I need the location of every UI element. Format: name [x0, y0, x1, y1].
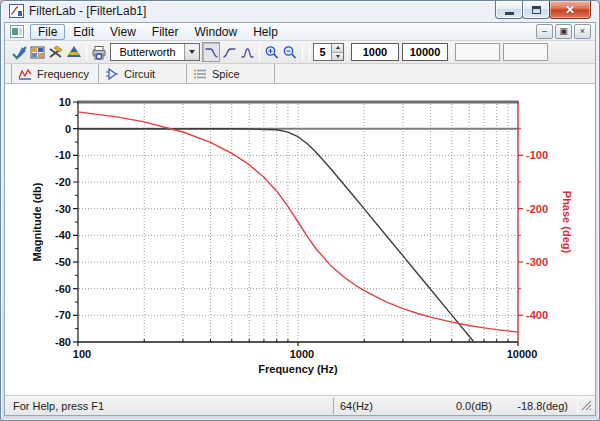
menubar: File Edit View Filter Window Help – ▣ × — [5, 23, 595, 41]
y-left-tick-label: -70 — [55, 309, 71, 321]
cursor-phase-value: -18.8(deg) — [492, 400, 578, 412]
y-right-tick-label: -100 — [526, 149, 548, 161]
circuit-tab-icon — [105, 68, 119, 80]
tab-label: Circuit — [124, 68, 155, 80]
y-right-tick-label: -200 — [526, 203, 548, 215]
filter-order-spinner[interactable] — [313, 43, 344, 61]
bandpass-icon — [240, 45, 255, 59]
template-button[interactable] — [29, 42, 47, 62]
combo-arrow-button[interactable] — [184, 44, 199, 60]
extra-field-1 — [455, 43, 500, 61]
approximation-value: Butterworth — [111, 44, 184, 60]
bandpass-button[interactable] — [238, 42, 256, 62]
stopband-frequency-field[interactable] — [402, 43, 448, 61]
lowpass-icon — [204, 45, 219, 59]
design-wizard-button[interactable] — [11, 42, 29, 62]
magnitude-curve — [78, 129, 474, 342]
menu-view[interactable]: View — [102, 24, 144, 40]
minimize-button[interactable] — [495, 1, 523, 19]
spinner-arrows — [331, 44, 343, 60]
filter-order-input[interactable] — [314, 44, 331, 60]
child-minimize-button[interactable]: – — [536, 24, 553, 39]
bode-plot[interactable]: 100-10-20-30-40-50-60-70-80-100-200-300-… — [5, 84, 595, 400]
maximize-button[interactable] — [522, 1, 550, 19]
highpass-button[interactable] — [220, 42, 238, 62]
x-axis-title: Frequency (Hz) — [258, 363, 338, 375]
filterlab-app-icon — [9, 4, 24, 18]
cursor-frequency-value: 64(Hz) — [334, 400, 404, 412]
pyramid-button[interactable] — [65, 42, 83, 62]
x-tick-label: 100 — [73, 348, 91, 360]
child-close-button[interactable]: × — [574, 24, 591, 39]
zoom-in-button[interactable] — [263, 42, 281, 62]
minimize-icon — [505, 12, 514, 15]
statusbar: For Help, press F1 64(Hz) 0.0(dB) -18.8(… — [5, 395, 595, 415]
spinner-down-button[interactable] — [332, 53, 343, 61]
toolbar-separator — [309, 43, 310, 61]
y-left-tick-label: -60 — [55, 283, 71, 295]
zoom-in-icon — [264, 45, 280, 60]
cursor-readout-panel: 64(Hz) 0.0(dB) -18.8(deg) — [333, 398, 578, 414]
y-left-tick-label: -10 — [55, 149, 71, 161]
design-wizard-icon — [12, 45, 28, 60]
toolbar-separator — [86, 43, 87, 61]
antialias-wizard-button[interactable] — [47, 42, 65, 62]
toolbar-separator — [259, 43, 260, 61]
lowpass-button[interactable] — [202, 42, 220, 62]
antialias-wizard-icon — [48, 45, 64, 60]
cursor-magnitude-value: 0.0(dB) — [404, 400, 492, 412]
y-left-tick-label: -50 — [55, 256, 71, 268]
tab-label: Frequency — [37, 68, 89, 80]
y-left-tick-label: -40 — [55, 229, 71, 241]
y-right-axis-title: Phase (deg) — [561, 191, 573, 254]
passband-frequency-field[interactable] — [351, 43, 399, 61]
titlebar: FilterLab - [FilterLab1] ✕ — [1, 1, 599, 22]
close-button[interactable]: ✕ — [549, 1, 591, 19]
y-left-tick-label: -20 — [55, 176, 71, 188]
maximize-icon — [532, 6, 541, 14]
child-restore-button[interactable]: ▣ — [555, 24, 572, 39]
pyramid-icon — [66, 45, 82, 60]
document-icon — [10, 25, 24, 38]
spinner-up-button[interactable] — [332, 44, 343, 53]
x-tick-label: 1000 — [290, 348, 314, 360]
extra-field-2 — [503, 43, 548, 61]
toolbar-separator — [302, 43, 303, 61]
tabbar: Frequency Circuit Spice — [5, 64, 595, 84]
menu-filter[interactable]: Filter — [144, 24, 187, 40]
y-right-tick-label: -400 — [526, 309, 548, 321]
toolbar: Butterworth — [5, 41, 595, 64]
y-left-tick-label: -30 — [55, 203, 71, 215]
chevron-down-icon — [336, 55, 340, 58]
approximation-select[interactable]: Butterworth — [110, 43, 200, 61]
tab-frequency[interactable]: Frequency — [11, 64, 99, 83]
toolbar-separator — [451, 43, 452, 61]
template-icon — [30, 45, 46, 60]
menu-help[interactable]: Help — [245, 24, 286, 40]
status-help-text: For Help, press F1 — [13, 400, 333, 412]
spice-tab-icon — [193, 68, 207, 80]
y-right-tick-label: -300 — [526, 256, 548, 268]
frequency-response-view: 100-10-20-30-40-50-60-70-80-100-200-300-… — [5, 84, 595, 395]
mdi-child-buttons: – ▣ × — [536, 24, 591, 39]
chevron-down-icon — [189, 50, 195, 54]
resize-grip[interactable] — [580, 399, 593, 412]
filterlab-window: FilterLab - [FilterLab1] ✕ File Edit Vie… — [0, 0, 600, 421]
menu-file[interactable]: File — [30, 24, 65, 40]
highpass-icon — [222, 45, 237, 59]
app-body: File Edit View Filter Window Help – ▣ × — [4, 22, 596, 416]
x-tick-label: 10000 — [507, 348, 538, 360]
print-button[interactable] — [90, 42, 108, 62]
window-title: FilterLab - [FilterLab1] — [29, 4, 146, 18]
close-icon: ✕ — [565, 4, 575, 16]
menu-edit[interactable]: Edit — [65, 24, 102, 40]
y-left-tick-label: -80 — [55, 336, 71, 348]
zoom-out-button[interactable] — [281, 42, 299, 62]
y-left-axis-title: Magnitude (db) — [31, 182, 43, 261]
y-left-tick-label: 0 — [65, 123, 71, 135]
print-icon — [91, 45, 107, 60]
tab-spice[interactable]: Spice — [187, 64, 275, 83]
menu-window[interactable]: Window — [187, 24, 246, 40]
tab-circuit[interactable]: Circuit — [99, 64, 187, 83]
tab-label: Spice — [212, 68, 240, 80]
